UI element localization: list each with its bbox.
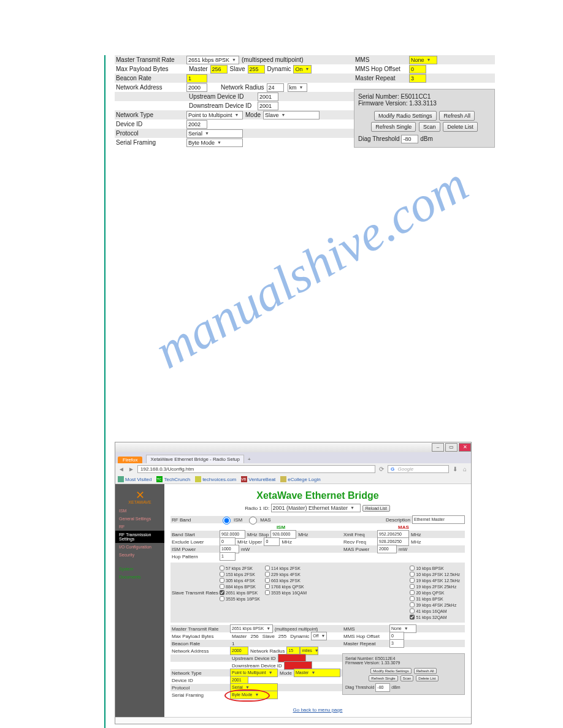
sidebar-item-documents[interactable]: Documents	[115, 573, 164, 581]
network-address-input-2[interactable]: 2000	[230, 646, 248, 655]
rate-checkbox[interactable]: 2651 kbps 8PSK	[220, 590, 260, 596]
beacon-rate-input[interactable]: 1	[186, 74, 207, 83]
delete-list-button-2[interactable]: Delete List	[416, 675, 438, 681]
home-icon[interactable]: ⌂	[461, 466, 469, 473]
hop-pattern-input[interactable]: 1	[220, 552, 236, 561]
diag-input-2[interactable]: -80	[375, 683, 390, 692]
sidebar-item-security[interactable]: Security	[115, 551, 164, 559]
rate-checkbox[interactable]: 31 kbps 8PSK	[410, 596, 460, 602]
bookmark-most-visited[interactable]: Most Visited	[118, 476, 151, 482]
rate-checkbox[interactable]: 10 kbps BPSK	[410, 565, 460, 571]
sidebar-item-general[interactable]: General Settings	[115, 515, 164, 523]
rate-checkbox[interactable]: 39 kbps 4FSK 25kHz	[410, 602, 460, 608]
rates-mas-column: 10 kbps BPSK10 kbps 2FSK 12.5kHz19 kbps …	[410, 565, 460, 620]
network-address-input[interactable]: 2000	[186, 83, 207, 92]
reload-list-button[interactable]: Reload List	[362, 505, 390, 512]
mms-select[interactable]: None	[409, 56, 437, 64]
rate-checkbox[interactable]: 305 kbps 4FSK	[220, 577, 260, 583]
mms-hop-input[interactable]: 0	[409, 65, 426, 74]
rate-checkbox[interactable]: 884 kbps BPSK	[220, 583, 260, 590]
serial-framing-select-2[interactable]: Byte Mode	[230, 691, 278, 699]
rate-checkbox[interactable]: 19 kbps 4FSK 12.5kHz	[410, 577, 460, 583]
rate-checkbox[interactable]: 229 kbps 4FSK	[265, 571, 307, 577]
scan-button[interactable]: Scan	[419, 122, 440, 132]
sidebar-item-rf[interactable]: RF	[115, 523, 164, 531]
protocol-select[interactable]: Serial	[186, 129, 243, 138]
rate-checkbox[interactable]: 1768 kbps QPSK	[265, 583, 307, 590]
sidebar-item-system[interactable]: System	[115, 565, 164, 573]
device-id-label: Device ID	[115, 121, 186, 127]
rate-checkbox[interactable]: 10 kbps 2FSK 12.5kHz	[410, 571, 460, 577]
rate-checkbox[interactable]: 663 kbps 2FSK	[265, 577, 307, 583]
firefox-menu-button[interactable]: Firefox	[118, 457, 142, 463]
mas-power-input[interactable]: 2000	[377, 545, 397, 553]
close-button[interactable]: ✕	[459, 443, 471, 452]
rf-band-mas-radio[interactable]: MAS	[246, 517, 270, 523]
mtr-select-2[interactable]: 2651 kbps 8PSK	[230, 624, 273, 633]
mms-label: MMS	[354, 56, 409, 63]
dynamic-select-2[interactable]: Off	[311, 632, 327, 640]
radio-select[interactable]: 2001 (Master) Ethernet Master	[271, 504, 361, 512]
search-bar[interactable]: G Google	[388, 465, 449, 473]
reload-icon[interactable]: ⟳	[378, 466, 385, 473]
rate-checkbox[interactable]: 3535 kbps 16PSK	[220, 596, 260, 602]
refresh-single-button[interactable]: Refresh Single	[371, 122, 416, 132]
sidebar-item-ism[interactable]: ISM	[115, 507, 164, 515]
network-radius-input[interactable]: 24	[267, 83, 284, 92]
upstream-input[interactable]: 2001	[258, 93, 278, 101]
browser-tab[interactable]: XetaWave Ethernet Bridge - Radio Setup	[146, 455, 244, 463]
rate-checkbox[interactable]: 57 kbps 2FSK	[220, 565, 260, 571]
refresh-all-button-2[interactable]: Refresh All	[414, 668, 437, 674]
downstream-input[interactable]: 2001	[258, 102, 278, 110]
address-bar[interactable]: 192.168.0.3/Uconfig.htm	[137, 465, 375, 473]
bookmark-venturebeat[interactable]: VBVentureBeat	[241, 476, 275, 482]
delete-list-button[interactable]: Delete List	[443, 122, 478, 132]
watermark-text: manualshive.com	[145, 155, 478, 380]
max-payload-label-2: Max Payload Bytes	[170, 634, 230, 639]
firmware-value: 1.33.3113	[409, 100, 437, 107]
diag-threshold-input[interactable]: -80	[401, 135, 418, 143]
back-icon[interactable]: ◄	[118, 466, 125, 473]
scan-button-2[interactable]: Scan	[400, 675, 414, 681]
mode-select-2[interactable]: Master	[294, 669, 340, 677]
modify-radio-settings-button[interactable]: Modify Radio Settings	[374, 111, 437, 121]
master-repeat-input[interactable]: 3	[409, 74, 426, 83]
rf-band-ism-radio[interactable]: ISM	[220, 517, 242, 523]
rate-checkbox[interactable]: 51 kbps 32QAM	[410, 614, 460, 620]
rate-checkbox[interactable]: 19 kbps 2FSK 25kHz	[410, 583, 460, 590]
bookmark-techvoices[interactable]: techvoices.com	[195, 476, 236, 482]
maximize-button[interactable]: ▭	[445, 443, 458, 452]
serial-framing-select[interactable]: Byte Mode	[186, 138, 243, 147]
protocol-label: Protocol	[115, 130, 186, 137]
refresh-single-button-2[interactable]: Refresh Single	[369, 675, 397, 681]
device-id-input[interactable]: 2002	[186, 120, 207, 129]
network-radius-unit-select[interactable]: km	[288, 83, 307, 92]
go-back-link[interactable]: Go back to menu page	[170, 707, 465, 713]
rate-checkbox[interactable]: 114 kbps 2FSK	[265, 565, 307, 571]
network-type-select[interactable]: Point to Multipoint	[186, 111, 243, 119]
bookmark-ecollege[interactable]: eCollege Login	[280, 476, 320, 482]
master-repeat-input-2[interactable]: 3	[389, 639, 404, 648]
mhz-upper-input[interactable]: 0	[264, 537, 280, 546]
description-input[interactable]: Ethernet Master	[412, 515, 465, 524]
master-payload-input[interactable]: 256	[210, 65, 228, 74]
bookmark-techcrunch[interactable]: TCTechCrunch	[156, 476, 190, 482]
master-transmit-rate-select[interactable]: 2651 kbps 8PSK	[186, 56, 239, 64]
dynamic-select[interactable]: On	[293, 65, 312, 74]
slave-payload-input[interactable]: 255	[248, 65, 265, 74]
sidebar-item-rf-transmission[interactable]: RF Transmission Settings	[115, 531, 164, 543]
modify-button-2[interactable]: Modify Radio Settings	[370, 668, 411, 674]
downloads-icon[interactable]: ⬇	[451, 466, 459, 473]
refresh-all-button[interactable]: Refresh All	[439, 111, 475, 121]
forward-icon[interactable]: ►	[128, 466, 135, 473]
beacon-rate-label: Beacon Rate	[115, 75, 186, 82]
minimize-button[interactable]: –	[432, 443, 444, 452]
rate-checkbox[interactable]: 3535 kbps 16QAM	[265, 590, 307, 596]
mode-label-2: Mode	[278, 670, 294, 676]
new-tab-button[interactable]: +	[244, 455, 255, 463]
rate-checkbox[interactable]: 41 kbps 16QAM	[410, 608, 460, 614]
rate-checkbox[interactable]: 153 kbps 2FSK	[220, 571, 260, 577]
rate-checkbox[interactable]: 20 kbps QPSK	[410, 590, 460, 596]
sidebar-item-io[interactable]: I/O Configuration	[115, 543, 164, 551]
mode-select[interactable]: Slave	[263, 111, 320, 119]
